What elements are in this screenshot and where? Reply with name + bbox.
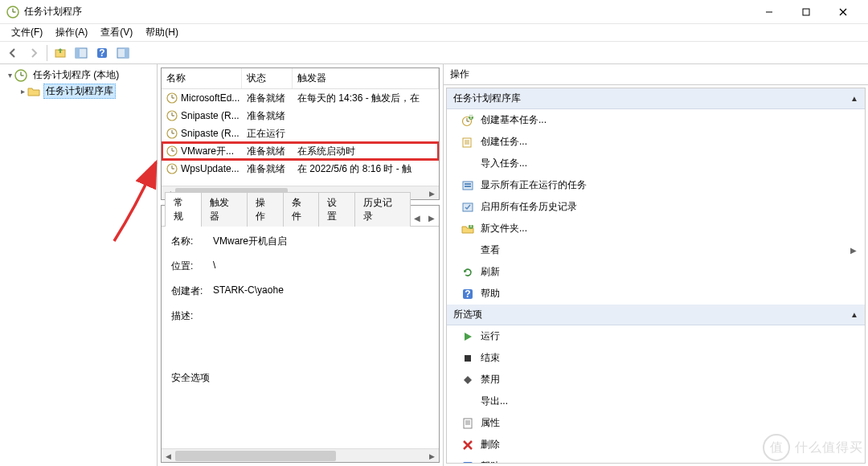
task-row[interactable]: WpsUpdate...准备就绪在 2022/5/6 的 8:16 时 - 触 xyxy=(162,160,439,178)
menubar: 文件(F) 操作(A) 查看(V) 帮助(H) xyxy=(0,24,868,42)
menu-file[interactable]: 文件(F) xyxy=(5,24,49,41)
task-name: WpsUpdate... xyxy=(181,163,240,174)
action-item-label: 删除 xyxy=(481,438,500,452)
action-item[interactable]: +新文件夹... xyxy=(447,218,865,239)
tree-twisty-icon[interactable]: ▾ xyxy=(5,71,14,80)
value-name: VMware开机自启 xyxy=(213,235,429,248)
clock-icon xyxy=(166,145,178,157)
close-button[interactable] xyxy=(825,0,862,24)
action-item[interactable]: +创建基本任务... xyxy=(447,109,865,131)
titlebar: 任务计划程序 xyxy=(0,0,868,24)
maximize-button[interactable] xyxy=(788,0,825,24)
action-item[interactable]: 启用所有任务历史记录 xyxy=(447,196,865,218)
task-status: 正在运行 xyxy=(242,125,293,142)
menu-action[interactable]: 操作(A) xyxy=(49,24,94,41)
tab-settings[interactable]: 设置 xyxy=(318,192,355,227)
actions-group-selected-label: 所选项 xyxy=(453,308,482,321)
action-item[interactable]: 显示所有正在运行的任务 xyxy=(447,174,865,196)
action-item-label: 属性 xyxy=(481,416,500,430)
new-task-icon xyxy=(461,136,474,149)
scroll-thumb[interactable] xyxy=(175,451,336,461)
action-item[interactable]: 禁用 xyxy=(447,369,865,390)
tab-conditions[interactable]: 条件 xyxy=(283,192,320,227)
tree-root[interactable]: ▾ 任务计划程序 (本地) xyxy=(2,67,155,83)
tab-scroll-left-icon[interactable]: ◀ xyxy=(410,211,424,226)
action-item-label: 禁用 xyxy=(481,373,500,386)
action-item-label: 查看 xyxy=(481,243,500,257)
show-hide-tree-button[interactable] xyxy=(72,43,91,63)
action-item-label: 启用所有任务历史记录 xyxy=(481,200,577,214)
label-security: 安全选项 xyxy=(171,371,210,385)
none-icon xyxy=(461,244,474,257)
clock-icon xyxy=(166,92,178,104)
task-row[interactable]: Snipaste (R...正在运行 xyxy=(162,125,439,142)
value-location: \ xyxy=(213,260,429,273)
actions-group-library[interactable]: 任务计划程序库 ▲ xyxy=(447,88,865,109)
middle-panel: 名称 状态 触发器 MicrosoftEd...准备就绪在每天的 14:36 -… xyxy=(158,64,444,466)
actions-group-selected[interactable]: 所选项 ▲ xyxy=(447,305,865,325)
up-button[interactable] xyxy=(51,43,70,63)
scroll-left-icon[interactable]: ◀ xyxy=(162,449,175,462)
forward-button[interactable] xyxy=(24,43,43,63)
svg-rect-13 xyxy=(125,48,129,58)
action-item[interactable]: 查看▶ xyxy=(447,239,865,261)
task-name: MicrosoftEd... xyxy=(181,92,240,104)
action-item[interactable]: 刷新 xyxy=(447,261,865,283)
details-panel: 常规 触发器 操作 条件 设置 历史记录 ◀ ▶ 名称: VMware开机自启 … xyxy=(161,205,440,463)
actions-panel: 操作 任务计划程序库 ▲ +创建基本任务...创建任务...导入任务...显示所… xyxy=(444,64,868,466)
collapse-icon[interactable]: ▲ xyxy=(850,310,858,319)
value-description xyxy=(213,309,429,323)
tab-general-content: 名称: VMware开机自启 位置: \ 创建者: STARK-C\yaohe … xyxy=(162,227,439,462)
tab-scroll-right-icon[interactable]: ▶ xyxy=(424,211,439,226)
task-trigger: 在 2022/5/6 的 8:16 时 - 触 xyxy=(293,161,439,178)
menu-help[interactable]: 帮助(H) xyxy=(139,24,185,41)
clock-icon xyxy=(166,128,178,139)
col-header-name[interactable]: 名称 xyxy=(162,68,242,88)
action-item[interactable]: 删除 xyxy=(447,434,865,456)
tree-library[interactable]: ▸ 任务计划程序库 xyxy=(14,83,155,100)
new-folder-icon: + xyxy=(461,223,474,235)
help-button[interactable]: ? xyxy=(92,43,112,63)
tab-triggers[interactable]: 触发器 xyxy=(201,192,248,227)
tab-actions[interactable]: 操作 xyxy=(247,192,284,227)
svg-text:?: ? xyxy=(99,47,104,59)
back-button[interactable] xyxy=(3,43,23,63)
action-item[interactable]: 创建任务... xyxy=(447,131,865,153)
task-row[interactable]: MicrosoftEd...准备就绪在每天的 14:36 - 触发后，在 xyxy=(162,89,439,107)
task-trigger: 在系统启动时 xyxy=(293,143,439,160)
action-item-label: 创建任务... xyxy=(481,135,527,149)
action-item[interactable]: ?帮助 xyxy=(447,456,865,464)
scroll-right-icon[interactable]: ▶ xyxy=(425,449,439,462)
none-icon xyxy=(461,395,474,408)
clock-icon xyxy=(166,110,178,121)
minimize-button[interactable] xyxy=(751,0,788,24)
action-item[interactable]: 结束 xyxy=(447,347,865,369)
action-item[interactable]: 属性 xyxy=(447,412,865,434)
stop-icon xyxy=(461,352,474,365)
task-row[interactable]: Snipaste (R...准备就绪 xyxy=(162,107,439,125)
value-author: STARK-C\yaohe xyxy=(213,284,429,298)
task-name: VMware开... xyxy=(181,145,234,158)
label-description: 描述: xyxy=(171,309,213,323)
action-item[interactable]: ?帮助 xyxy=(447,283,865,305)
show-hide-action-button[interactable] xyxy=(113,43,133,63)
action-item[interactable]: 导出... xyxy=(447,390,865,412)
svg-text:+: + xyxy=(468,114,473,122)
col-header-status[interactable]: 状态 xyxy=(242,68,293,88)
action-item[interactable]: 导入任务... xyxy=(447,153,865,174)
tab-history[interactable]: 历史记录 xyxy=(354,192,411,227)
tab-general[interactable]: 常规 xyxy=(165,192,202,227)
task-row[interactable]: VMware开...准备就绪在系统启动时 xyxy=(162,142,439,160)
scroll-right-icon[interactable]: ▶ xyxy=(425,186,439,200)
run-icon xyxy=(461,330,474,343)
refresh-icon xyxy=(461,266,474,279)
folder-icon xyxy=(27,85,40,98)
details-horizontal-scrollbar[interactable]: ◀ ▶ xyxy=(162,448,439,462)
col-header-trigger[interactable]: 触发器 xyxy=(293,68,439,88)
menu-view[interactable]: 查看(V) xyxy=(94,24,139,41)
clock-icon xyxy=(14,69,27,82)
action-item[interactable]: 运行 xyxy=(447,325,865,347)
enable-history-icon xyxy=(461,201,474,214)
tree-twisty-icon[interactable]: ▸ xyxy=(18,87,27,96)
collapse-icon[interactable]: ▲ xyxy=(850,94,858,103)
